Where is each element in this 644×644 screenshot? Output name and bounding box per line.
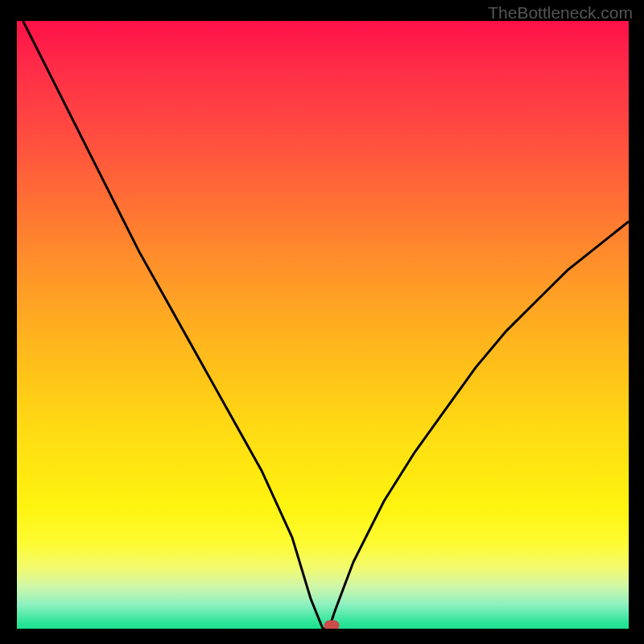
bottleneck-marker: [324, 621, 340, 629]
bottleneck-curve: [17, 21, 629, 629]
plot-area: [17, 21, 629, 629]
watermark-text: TheBottleneck.com: [488, 3, 633, 23]
